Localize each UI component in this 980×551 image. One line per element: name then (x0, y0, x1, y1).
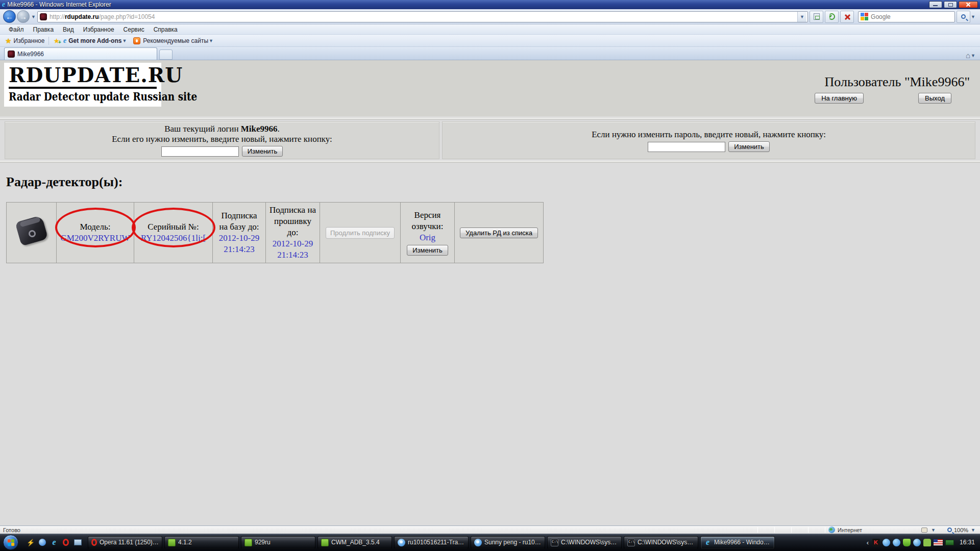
login-change-panel: Ваш текущий логин Mike9966. Если его нуж… (5, 121, 439, 159)
google-icon (861, 13, 868, 20)
media-player-icon[interactable] (38, 538, 46, 546)
search-box[interactable] (858, 11, 955, 22)
device-row: Модель: GM200V2RYRUW Серийный №: RY12042… (7, 203, 544, 263)
home-icon[interactable]: ⌂ (966, 51, 970, 60)
protected-mode-dropdown-icon[interactable]: ▼ (931, 528, 936, 533)
start-button[interactable] (3, 535, 18, 550)
voice-value: Orig (404, 232, 451, 243)
model-label: Модель: (60, 221, 131, 233)
menu-item-edit[interactable]: Правка (29, 25, 59, 34)
zone-label: Интернет (838, 527, 862, 533)
taskbar-button-trademanager-1[interactable]: ru1010516211-Trade... (394, 536, 469, 549)
favorites-button[interactable]: Избранное (14, 37, 45, 44)
radar-detector-image (12, 215, 52, 251)
tray-clock[interactable]: 16:31 (960, 539, 975, 546)
title-bar: e Mike9966 - Windows Internet Explorer (0, 0, 980, 9)
serial-value: RY12042506{1lj;[ (137, 233, 209, 244)
protected-mode-icon[interactable] (921, 528, 927, 533)
taskbar-button-opera[interactable]: Opera 11.61 (1250): ... (88, 536, 162, 549)
logout-button[interactable]: Выход (918, 93, 951, 104)
menu-bar: Файл Правка Вид Избранное Сервис Справка (0, 24, 980, 35)
divider (0, 161, 980, 163)
system-tray: ‹ 16:31 (867, 539, 978, 546)
suggested-sites-button[interactable]: Рекомендуемые сайты (143, 37, 208, 44)
menu-item-view[interactable]: Вид (58, 25, 79, 34)
quick-launch-icon-1[interactable]: ⚡ (27, 538, 35, 546)
show-desktop-icon[interactable] (74, 538, 82, 546)
address-dropdown-icon[interactable]: ▼ (797, 12, 806, 22)
menu-item-tools[interactable]: Сервис (119, 25, 149, 34)
messenger-icon-2[interactable] (893, 539, 900, 546)
site-favicon (40, 13, 47, 20)
taskbar-button-android-412[interactable]: 4.1.2 (164, 536, 239, 549)
change-voice-button[interactable]: Изменить (407, 245, 448, 256)
favorites-bar: ★ Избранное ★+ e Get more Add-ons ▼ Реко… (0, 35, 980, 47)
home-dropdown-icon[interactable]: ▼ (971, 53, 975, 58)
delete-device-button[interactable]: Удалить РД из списка (460, 228, 538, 238)
device-table: Модель: GM200V2RYRUW Серийный №: RY12042… (6, 202, 544, 263)
ie-addon-icon: e (63, 37, 66, 44)
compatibility-view-button[interactable] (810, 11, 823, 23)
zoom-dropdown-icon[interactable]: ▼ (971, 528, 975, 533)
taskbar-button-trademanager-2[interactable]: Sunny peng - ru1010... (471, 536, 545, 549)
taskbar-button-cmd-1[interactable]: C:\WINDOWS\syste... (547, 536, 622, 549)
addons-dropdown-icon[interactable]: ▼ (122, 38, 127, 43)
stop-button[interactable] (840, 11, 854, 23)
new-login-input[interactable] (161, 146, 239, 157)
search-icon (961, 14, 966, 19)
change-login-button[interactable]: Изменить (242, 146, 283, 157)
history-dropdown-icon[interactable]: ▼ (31, 14, 36, 19)
search-options-dropdown-icon[interactable]: ▼ (971, 14, 975, 19)
add-favorite-icon[interactable]: ★+ (53, 37, 60, 45)
taskbar-button-929ru[interactable]: 929ru (241, 536, 315, 549)
tray-expand-icon[interactable]: ‹ (867, 539, 869, 546)
kaspersky-icon[interactable] (872, 539, 880, 546)
ie-quick-launch-icon[interactable]: e (50, 538, 58, 546)
search-button[interactable] (957, 11, 970, 23)
menu-item-help[interactable]: Справка (149, 25, 182, 34)
taskbar: ⚡ e Opera 11.61 (1250): ... 4.1.2 929ru … (0, 534, 980, 551)
get-more-addons-button[interactable]: Get more Add-ons (68, 37, 121, 44)
new-tab-button[interactable] (159, 49, 173, 60)
site-logo: RDUPDATE.RU Radar Detector update Russia… (4, 63, 161, 107)
maximize-button[interactable] (944, 1, 957, 8)
db-subscription-label: Подписка на базу до: (216, 210, 262, 233)
back-button[interactable]: ← (3, 10, 16, 23)
search-input[interactable] (871, 13, 952, 20)
antivirus-shield-icon[interactable] (903, 539, 911, 546)
close-button[interactable] (959, 1, 978, 8)
android-icon (168, 539, 176, 546)
separator (48, 37, 49, 45)
model-cell: Модель: GM200V2RYRUW (57, 203, 134, 263)
taskbar-button-cmd-2[interactable]: C:\WINDOWS\syste... (624, 536, 698, 549)
android-tray-icon[interactable] (923, 539, 931, 546)
new-password-input[interactable] (648, 142, 725, 152)
serial-cell: Серийный №: RY12042506{1lj;[ (134, 203, 213, 263)
language-flag-icon[interactable] (934, 539, 943, 545)
section-title: Радар-детектор(ы): (6, 174, 980, 190)
home-page-button[interactable]: На главную (815, 93, 864, 104)
prolong-subscription-button: Продлить подписку (326, 227, 395, 239)
cmd-icon (551, 539, 558, 546)
android-icon (244, 539, 252, 546)
refresh-button[interactable] (825, 11, 839, 23)
opera-icon (91, 539, 97, 546)
url-text[interactable]: http://rdupdate.ru/page.php?id=10054 (50, 13, 797, 20)
address-input[interactable]: http://rdupdate.ru/page.php?id=10054 ▼ (37, 11, 808, 22)
tab-mike9966[interactable]: Mike9966 (4, 47, 157, 60)
battery-icon[interactable] (945, 540, 954, 545)
suggested-sites-dropdown-icon[interactable]: ▼ (209, 38, 213, 43)
menu-item-favorites[interactable]: Избранное (79, 25, 119, 34)
opera-quick-launch-icon[interactable] (62, 538, 70, 546)
firmware-subscription-time: 21:14:23 (269, 249, 316, 261)
taskbar-button-cwm-adb[interactable]: CWM_ADB_3.5.4 (317, 536, 392, 549)
network-globe-icon[interactable] (913, 539, 921, 546)
zoom-level[interactable]: 100% (954, 527, 968, 533)
menu-item-file[interactable]: Файл (4, 25, 29, 34)
taskbar-button-ie-active[interactable]: e Mike9966 - Windows ... (700, 536, 775, 549)
messenger-icon-1[interactable] (883, 539, 890, 546)
forward-button[interactable]: → (17, 10, 30, 23)
firmware-subscription-date: 2012-10-29 (269, 238, 316, 249)
minimize-button[interactable] (929, 1, 942, 8)
change-password-button[interactable]: Изменить (728, 141, 770, 152)
